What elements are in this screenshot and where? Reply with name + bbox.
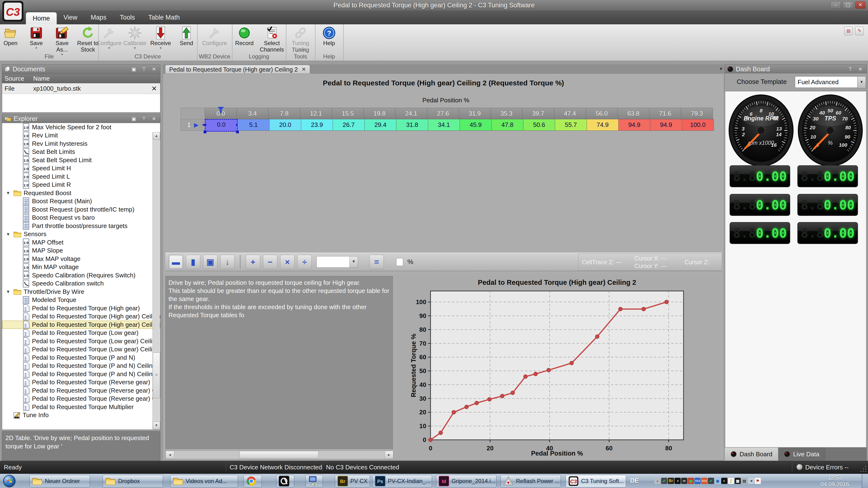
bird-tray-icon[interactable]: ʃ (728, 478, 734, 484)
selection-handle[interactable] (203, 124, 207, 126)
table-row-header[interactable]: 1▶ (181, 119, 205, 131)
taskbar-button-c3-tuning-soft[interactable]: C3C3 Tuning Soft... (566, 475, 626, 487)
taskbar-button-dropbox[interactable]: Dropbox (103, 475, 163, 487)
tree-item-selected[interactable]: Pedal to Requested Torque (High gear) Ce… (2, 321, 160, 329)
dashboard-pin-icon[interactable]: ⊤ (846, 66, 854, 72)
status-device-errors[interactable]: Device Errors -- (805, 464, 849, 471)
explorer-scrollbar[interactable]: ▲ ≡ ▼ (153, 132, 160, 429)
documents-pin-icon[interactable]: ⊤ (140, 66, 148, 72)
interpolate-button[interactable]: ▣ (203, 255, 217, 269)
tree-item[interactable]: Pedal to Requested Torque (Low gear) Cei… (2, 345, 160, 354)
table-cell[interactable]: 50.6 (523, 119, 555, 131)
taskbar-button-gripone-2014-i[interactable]: IdGripone_2014.i... (436, 475, 496, 487)
tree-item[interactable]: 1:0Rev Limit hysteresis (2, 139, 160, 148)
close-document-icon[interactable]: ✕ (148, 85, 160, 93)
tree-item[interactable]: Pedal to Requested Torque (Low gear) Cei… (2, 337, 160, 345)
tree-item[interactable]: 1:0Speed Limit L (2, 172, 160, 181)
connect-tray-icon[interactable]: ◉ (715, 478, 721, 484)
tree-item[interactable]: 1:0MAP Slope (2, 247, 160, 255)
value-combo[interactable]: ▼ (316, 256, 358, 268)
cc3-tray-icon[interactable]: CC3 (694, 478, 701, 484)
ribbon-open-button[interactable]: Open (0, 26, 23, 47)
taskbar-button-videos-von-ad[interactable]: Videos von Ad... (170, 475, 238, 487)
media-player-tray-icon[interactable]: ◑ (675, 478, 681, 484)
close-button[interactable]: ✕ (855, 1, 866, 9)
fill-column-button[interactable]: ▮ (186, 255, 200, 269)
divide-button[interactable]: ÷ (298, 255, 312, 269)
table-col-header[interactable]: 7.8 (268, 108, 300, 119)
table-col-header[interactable]: 15.5 (332, 108, 364, 119)
set-equal-button[interactable]: = (369, 255, 384, 269)
media-player2-tray-icon[interactable]: ◐ (721, 478, 727, 484)
tree-item[interactable]: 1:0Max Vehicle Speed for 2 foot (2, 123, 160, 131)
table-cell[interactable]: 5.1 (238, 119, 270, 131)
scroll-down-icon[interactable]: ▼ (153, 422, 160, 429)
taskbar-button-chrome[interactable] (243, 475, 262, 487)
hscroll-thumb[interactable] (240, 451, 318, 458)
selection-handle[interactable] (236, 130, 239, 133)
start-button[interactable] (3, 475, 16, 488)
maximize-button[interactable]: ▢ (843, 1, 853, 9)
table-col-header[interactable]: 12.1 (300, 108, 332, 119)
table-col-header[interactable]: 71.6 (649, 108, 681, 119)
percent-checkbox[interactable] (396, 258, 403, 266)
scroll-left-icon[interactable]: ◄ (166, 451, 174, 459)
table-col-header[interactable]: 27.6 (427, 108, 459, 119)
tree-item[interactable]: 1:0Min MAP voltage (2, 263, 160, 271)
tab-list-dropdown-icon[interactable]: ▾ (720, 66, 722, 71)
table-cell[interactable]: 31.8 (396, 119, 428, 131)
ribbon-save-button[interactable]: Save▾ (24, 26, 49, 50)
taskbar-button-pv-cx[interactable]: BrPV CX (335, 475, 370, 487)
combo-dropdown-icon[interactable]: ▼ (349, 256, 358, 267)
table-cell[interactable]: 100.0 (682, 119, 714, 131)
ribbon-record-button[interactable]: Record (232, 26, 257, 47)
explorer-close-icon[interactable]: ✕ (150, 116, 158, 122)
document-row[interactable]: Filexp1000_turbo.stk✕ (2, 83, 160, 94)
taskbar-button-reflash-power[interactable]: Reflash Power ... (500, 475, 561, 487)
table-cell[interactable]: 74.9 (587, 119, 619, 131)
table-col-header[interactable]: 31.9 (459, 108, 491, 119)
tab-close-icon[interactable]: ✕ (302, 66, 306, 72)
tree-item[interactable]: ▾Sensors (2, 230, 160, 238)
dashboard-close-icon[interactable]: ✕ (857, 66, 864, 72)
language-indicator[interactable]: DE (630, 477, 639, 484)
explorer-pin-icon[interactable]: ⊤ (140, 116, 148, 122)
tree-item[interactable]: Pedal to Requested Torque (Reverse gear)… (2, 386, 160, 395)
table-col-header[interactable]: 56.0 (586, 108, 618, 119)
ribbon-receive-button[interactable]: Receive▾ (148, 26, 173, 50)
tree-item[interactable]: 1:0Rev Limit (2, 131, 160, 140)
clock[interactable]: 12:53 04.09.2016 (811, 475, 859, 488)
bridge-tray-icon[interactable]: Br (668, 478, 674, 484)
table-cell[interactable]: 26.7 (333, 119, 365, 131)
table-col-header[interactable]: 63.8 (617, 108, 649, 119)
tree-item[interactable]: Pedal to Requested Torque (Low gear) (2, 329, 160, 337)
dashboard-tab-dash-board[interactable]: Dash Board (724, 448, 778, 461)
creative-cloud-icon[interactable]: ∞ (681, 478, 687, 484)
add-button[interactable]: + (246, 255, 260, 269)
table-col-header[interactable]: 19.8 (364, 108, 396, 119)
tree-item[interactable]: 1:0Max MAP voltage (2, 255, 160, 263)
table-col-header[interactable]: 47.4 (554, 108, 586, 119)
minimize-button[interactable]: – (830, 1, 841, 9)
documents-close-icon[interactable]: ✕ (150, 66, 158, 72)
table-cell[interactable]: 34.1 (428, 119, 460, 131)
documents-col-source[interactable]: Source (2, 75, 31, 82)
fill-row-button[interactable]: ▬ (169, 255, 183, 269)
quick-help-icon[interactable]: ▤ (844, 27, 853, 35)
tree-item[interactable]: Pedal to Requested Torque (P and N) Ceil… (2, 370, 160, 378)
tree-item[interactable]: Tune Info (2, 411, 160, 420)
template-dropdown-icon[interactable]: ▼ (857, 76, 866, 88)
tree-item[interactable]: 1:0Seat Belt Speed Limit (2, 156, 160, 164)
table-col-header[interactable]: 3.4 (237, 108, 269, 119)
document-tab[interactable]: Pedal to Requested Torque (High gear) Ce… (165, 65, 310, 74)
tree-item[interactable]: Pedal to Requested Torque (High gear) Ce… (2, 313, 160, 321)
table-cell[interactable]: 45.9 (460, 119, 492, 131)
dashboard-tab-live-data[interactable]: Live Data (778, 448, 825, 461)
documents-maximize-icon[interactable]: ▣ (130, 66, 138, 72)
menu-tab-tools[interactable]: Tools (113, 10, 142, 24)
tree-item[interactable]: Boost Request vs baro (2, 214, 160, 222)
dropbox-tray-icon[interactable]: ✔ (708, 478, 714, 484)
ribbon-options-icon[interactable]: ✎ (855, 27, 864, 35)
ribbon-send-button[interactable]: Send (174, 26, 199, 47)
tree-item[interactable]: Boost Request (post throttle/IC temp) (2, 205, 160, 214)
